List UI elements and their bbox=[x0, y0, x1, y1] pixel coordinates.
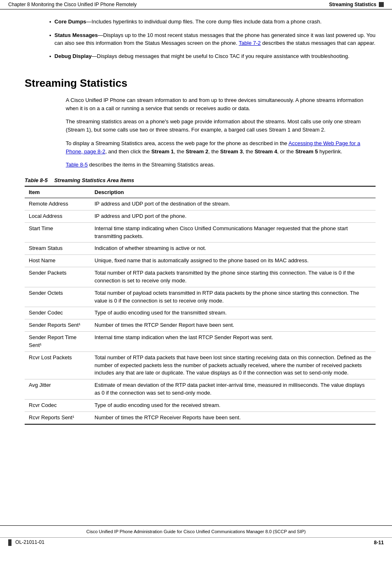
table-cell-description: IP address and UDP port of the destinati… bbox=[90, 198, 376, 210]
table-cell-item: Stream Status bbox=[25, 243, 90, 255]
intro-paragraph-4: Table 8-5 describes the items in the Str… bbox=[66, 161, 376, 169]
list-item: • Core Dumps—Includes hyperlinks to indi… bbox=[49, 18, 376, 26]
footer-bottom-bar: OL-21011-01 8-11 bbox=[0, 537, 392, 548]
column-header-item: Item bbox=[25, 186, 90, 198]
table-row: Rcvr Lost PacketsTotal number of RTP dat… bbox=[25, 351, 376, 379]
table-cell-description: Total number of RTP data packets that ha… bbox=[90, 351, 376, 379]
footer-center-text: Cisco Unified IP Phone Administration Gu… bbox=[0, 525, 392, 537]
footer-area: Cisco Unified IP Phone Administration Gu… bbox=[0, 525, 392, 548]
bullet-debug-display: Debug Display—Displays debug messages th… bbox=[55, 52, 376, 61]
footer-page-number: 8-11 bbox=[374, 540, 384, 546]
page-header: Chapter 8 Monitoring the Cisco Unified I… bbox=[0, 0, 392, 9]
table-cell-description: IP address and UPD port of the phone. bbox=[90, 210, 376, 222]
table-cell-item: Rcvr Lost Packets bbox=[25, 351, 90, 379]
table-header-row: Item Description bbox=[25, 186, 376, 198]
table-row: Sender Report Time Sent¹Internal time st… bbox=[25, 332, 376, 352]
body-paragraphs: A Cisco Unified IP Phone can stream info… bbox=[25, 96, 376, 169]
table-ref-label: Table 8-5 bbox=[25, 177, 48, 183]
column-header-description: Description bbox=[90, 186, 376, 198]
table-8-5-link[interactable]: Table 8-5 bbox=[66, 162, 88, 168]
table-cell-description: Total number of payload octets transmitt… bbox=[90, 287, 376, 307]
table-cell-item: Sender Octets bbox=[25, 287, 90, 307]
table-cell-description: Type of audio encoding used for the rece… bbox=[90, 400, 376, 412]
table-cell-item: Sender Codec bbox=[25, 307, 90, 319]
table-7-2-link[interactable]: Table 7-2 bbox=[239, 40, 261, 46]
bullet-status-messages: Status Messages—Displays up to the 10 mo… bbox=[55, 31, 376, 47]
table-row: Sender PacketsTotal number of RTP data p… bbox=[25, 267, 376, 287]
table-cell-description: Number of times the RTCP Sender Report h… bbox=[90, 319, 376, 332]
table-cell-description: Internal time stamp indicating when Cisc… bbox=[90, 222, 376, 243]
table-row: Host NameUnique, fixed name that is auto… bbox=[25, 255, 376, 267]
table-cell-item: Host Name bbox=[25, 255, 90, 267]
footer-doc-number: OL-21011-01 bbox=[8, 539, 44, 546]
bullet-icon: • bbox=[49, 32, 51, 47]
table-row: Local AddressIP address and UPD port of … bbox=[25, 210, 376, 222]
table-cell-description: Number of times the RTCP Receiver Report… bbox=[90, 411, 376, 424]
table-title-label: Streaming Statistics Area Items bbox=[54, 177, 134, 183]
table-cell-item: Sender Report Time Sent¹ bbox=[25, 332, 90, 352]
table-cell-item: Local Address bbox=[25, 210, 90, 222]
table-row: Rcvr Reports Sent¹Number of times the RT… bbox=[25, 411, 376, 424]
table-cell-description: Indication of whether streaming is activ… bbox=[90, 243, 376, 255]
streaming-statistics-heading: Streaming Statistics bbox=[25, 73, 376, 90]
table-cell-item: Sender Packets bbox=[25, 267, 90, 287]
section-label: Streaming Statistics bbox=[329, 2, 384, 7]
table-row: Sender OctetsTotal number of payload oct… bbox=[25, 287, 376, 307]
streaming-statistics-table: Item Description Remote AddressIP addres… bbox=[25, 186, 376, 425]
table-cell-item: Avg Jitter bbox=[25, 379, 90, 400]
table-cell-item: Start Time bbox=[25, 222, 90, 243]
table-cell-item: Rcvr Reports Sent¹ bbox=[25, 411, 90, 424]
bullet-icon: • bbox=[49, 18, 51, 26]
intro-paragraph-3: To display a Streaming Statistics area, … bbox=[66, 139, 376, 156]
bullet-icon: • bbox=[49, 53, 51, 61]
table-cell-description: Type of audio encoding used for the tran… bbox=[90, 307, 376, 319]
table-cell-description: Total number of RTP data packets transmi… bbox=[90, 267, 376, 287]
footer-bar-icon bbox=[8, 539, 12, 546]
bullet-list: • Core Dumps—Includes hyperlinks to indi… bbox=[25, 18, 376, 60]
table-row: Start TimeInternal time stamp indicating… bbox=[25, 222, 376, 243]
main-content: • Core Dumps—Includes hyperlinks to indi… bbox=[0, 9, 392, 445]
table-row: Sender Reports Sent¹Number of times the … bbox=[25, 319, 376, 332]
table-row: Remote AddressIP address and UDP port of… bbox=[25, 198, 376, 210]
table-row: Avg JitterEstimate of mean deviation of … bbox=[25, 379, 376, 400]
table-caption: Table 8-5 Streaming Statistics Area Item… bbox=[25, 177, 376, 183]
intro-paragraph-2: The streaming statistics areas on a phon… bbox=[66, 118, 376, 134]
table-cell-item: Remote Address bbox=[25, 198, 90, 210]
chapter-label: Chapter 8 Monitoring the Cisco Unified I… bbox=[8, 2, 137, 7]
table-cell-item: Sender Reports Sent¹ bbox=[25, 319, 90, 332]
section-marker-icon bbox=[379, 2, 384, 7]
list-item: • Debug Display—Displays debug messages … bbox=[49, 52, 376, 61]
table-cell-description: Internal time stamp indication when the … bbox=[90, 332, 376, 352]
table-row: Sender CodecType of audio encoding used … bbox=[25, 307, 376, 319]
table-cell-item: Rcvr Codec bbox=[25, 400, 90, 412]
bullet-core-dumps: Core Dumps—Includes hyperlinks to indivi… bbox=[55, 18, 376, 26]
table-row: Stream StatusIndication of whether strea… bbox=[25, 243, 376, 255]
table-row: Rcvr CodecType of audio encoding used fo… bbox=[25, 400, 376, 412]
table-cell-description: Unique, fixed name that is automatically… bbox=[90, 255, 376, 267]
intro-paragraph-1: A Cisco Unified IP Phone can stream info… bbox=[66, 96, 376, 113]
table-cell-description: Estimate of mean deviation of the RTP da… bbox=[90, 379, 376, 400]
list-item: • Status Messages—Displays up to the 10 … bbox=[49, 31, 376, 47]
